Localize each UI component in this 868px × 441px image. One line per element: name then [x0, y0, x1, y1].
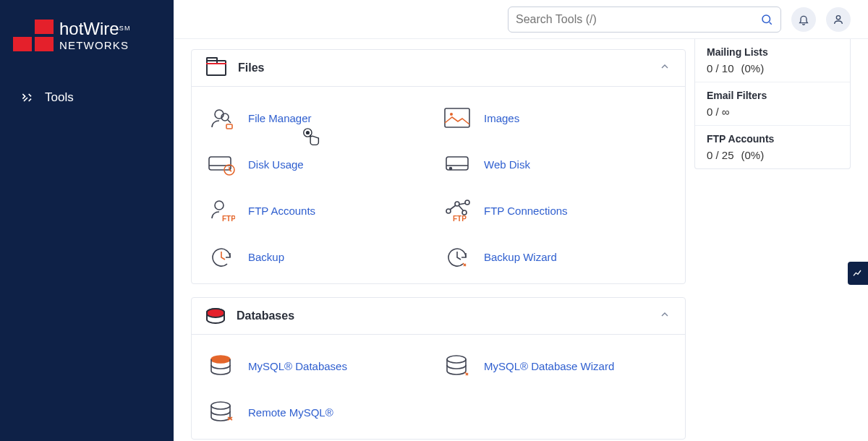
stat-title: Mailing Lists	[707, 46, 838, 58]
svg-text:FTP: FTP	[453, 215, 467, 223]
svg-point-19	[447, 356, 466, 363]
stat-title: FTP Accounts	[707, 133, 838, 145]
folder-icon	[206, 60, 226, 76]
tool-label: Images	[484, 112, 519, 124]
svg-point-6	[450, 113, 453, 116]
backup-wiz-icon	[442, 243, 472, 270]
ftp-user-icon: FTP	[206, 197, 237, 224]
brand-text: hotWireSM NETWORKS	[59, 19, 131, 51]
tool-mysql-databases[interactable]: MySQL® Databases	[206, 345, 435, 387]
tool-label: Remote MySQL®	[248, 406, 333, 419]
panel-databases-header[interactable]: Databases	[192, 298, 685, 335]
svg-rect-7	[209, 157, 231, 170]
chevron-up-icon[interactable]	[659, 309, 671, 323]
chart-icon	[852, 267, 864, 279]
db-icon	[206, 352, 237, 380]
stats-toggle-tab[interactable]	[848, 262, 868, 285]
search-icon	[760, 13, 773, 26]
brand-logo: hotWireSM NETWORKS	[0, 0, 174, 59]
panel-files-header[interactable]: Files	[192, 50, 685, 87]
svg-point-20	[211, 402, 230, 409]
stat-mailing-lists: Mailing Lists0 / 10(0%)	[695, 39, 850, 82]
tool-ftp-accounts[interactable]: FTPFTP Accounts	[206, 189, 435, 231]
svg-text:FTP: FTP	[222, 215, 235, 223]
svg-rect-4	[226, 124, 232, 129]
chevron-up-icon[interactable]	[659, 61, 671, 75]
user-icon	[833, 14, 844, 25]
tool-web-disk[interactable]: Web Disk	[442, 143, 671, 185]
ftp-nodes-icon: FTP	[442, 197, 472, 224]
svg-point-0	[762, 15, 770, 23]
tool-backup[interactable]: Backup	[206, 236, 435, 278]
panel-title: Files	[238, 61, 264, 74]
tool-label: MySQL® Database Wizard	[484, 360, 614, 372]
svg-point-18	[211, 356, 230, 363]
stat-email-filters: Email Filters0 / ∞	[695, 82, 850, 126]
database-icon	[206, 308, 225, 324]
tool-file-manager[interactable]: File Manager	[206, 97, 435, 139]
account-button[interactable]	[826, 7, 851, 32]
sidebar-item-tools[interactable]: Tools	[0, 80, 174, 115]
stat-value: 0 / 25(0%)	[707, 149, 838, 161]
svg-point-11	[215, 201, 224, 210]
tool-remote-mysql-[interactable]: Remote MySQL®	[206, 391, 435, 433]
svg-point-15	[465, 200, 469, 205]
db-wiz-icon	[442, 352, 472, 380]
header	[174, 0, 868, 39]
db-remote-icon	[206, 398, 237, 426]
svg-rect-5	[445, 108, 469, 127]
logo-mark-icon	[13, 20, 54, 51]
svg-point-10	[450, 168, 452, 170]
tool-images[interactable]: Images	[442, 97, 671, 139]
stat-title: Email Filters	[707, 90, 838, 101]
tools-icon	[20, 90, 35, 105]
panel-title: Databases	[237, 309, 294, 322]
tool-label: Backup Wizard	[484, 251, 557, 263]
panel-files: Files File ManagerImagesDisk UsageWeb Di…	[191, 49, 686, 284]
tool-backup-wizard[interactable]: Backup Wizard	[442, 236, 671, 278]
svg-point-1	[836, 15, 840, 19]
sidebar: hotWireSM NETWORKS Tools	[0, 0, 174, 441]
search-box[interactable]	[508, 7, 781, 33]
user-lens-icon	[206, 104, 237, 132]
search-input[interactable]	[516, 13, 760, 26]
tool-disk-usage[interactable]: Disk Usage	[206, 143, 435, 185]
tool-label: Web Disk	[484, 158, 530, 171]
tool-label: FTP Accounts	[248, 205, 315, 217]
stat-value: 0 / 10(0%)	[707, 62, 838, 74]
image-icon	[442, 104, 472, 132]
disk-clock-icon	[206, 150, 237, 178]
disk-icon	[442, 150, 472, 178]
stats-card: Mailing Lists0 / 10(0%)Email Filters0 / …	[694, 39, 851, 169]
tool-ftp-connections[interactable]: FTPFTP Connections	[442, 189, 671, 231]
tool-label: Disk Usage	[248, 158, 304, 171]
panel-databases: Databases MySQL® DatabasesMySQL® Databas…	[191, 297, 686, 440]
tool-label: FTP Connections	[484, 205, 568, 217]
notifications-button[interactable]	[791, 7, 816, 32]
bell-icon	[798, 14, 809, 25]
tool-label: MySQL® Databases	[248, 360, 347, 372]
tool-label: File Manager	[248, 112, 312, 124]
tool-label: Backup	[248, 251, 284, 263]
tool-mysql-database-wizard[interactable]: MySQL® Database Wizard	[442, 345, 671, 387]
stat-ftp-accounts: FTP Accounts0 / 25(0%)	[695, 126, 850, 168]
sidebar-item-label: Tools	[45, 90, 74, 105]
backup-icon	[206, 243, 237, 270]
stat-value: 0 / ∞	[707, 106, 838, 118]
